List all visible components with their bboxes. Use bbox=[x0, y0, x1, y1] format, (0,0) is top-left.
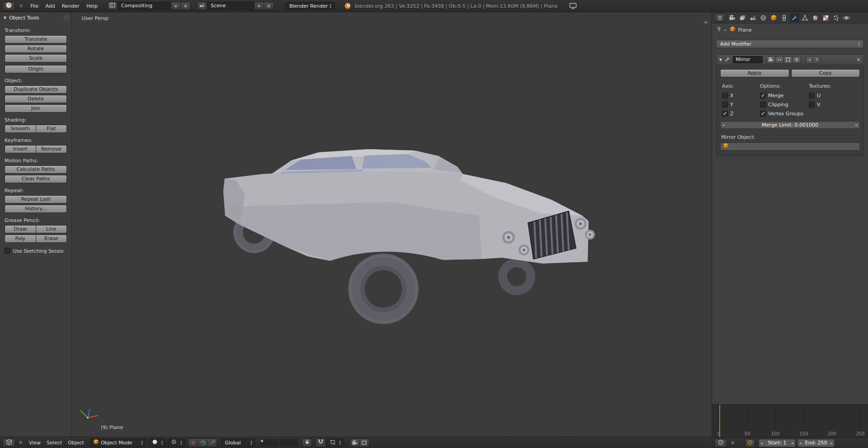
menu-add[interactable]: Add bbox=[45, 3, 55, 9]
layer-cell[interactable] bbox=[264, 443, 267, 446]
scene-browse-button[interactable] bbox=[197, 2, 207, 10]
snap-toggle-button[interactable] bbox=[316, 439, 326, 447]
manipulator-scale-button[interactable] bbox=[207, 439, 217, 447]
manipulator-rotate-button[interactable] bbox=[198, 439, 208, 447]
scene-field[interactable]: Scene bbox=[207, 2, 254, 10]
tab-physics[interactable] bbox=[842, 14, 851, 22]
tab-render-layers[interactable] bbox=[738, 14, 747, 22]
repeat-last-button[interactable]: Repeat Last bbox=[5, 195, 67, 203]
menu-help[interactable]: Help bbox=[86, 3, 98, 9]
layer-cell[interactable] bbox=[271, 443, 274, 446]
translate-button[interactable]: Translate bbox=[5, 35, 67, 43]
menu-file[interactable]: File bbox=[30, 3, 38, 9]
layer-cell[interactable] bbox=[287, 439, 290, 443]
mode-dropdown[interactable]: Object Mode bbox=[90, 439, 146, 447]
header-collapse-toggle[interactable] bbox=[19, 4, 24, 8]
tab-modifiers[interactable] bbox=[790, 14, 799, 22]
flat-button[interactable]: Flat bbox=[36, 125, 67, 133]
tab-render[interactable] bbox=[728, 14, 736, 22]
layer-cell[interactable] bbox=[287, 443, 290, 446]
lock-to-scene-button[interactable] bbox=[302, 439, 312, 447]
duplicate-objects-button[interactable]: Duplicate Objects bbox=[5, 85, 67, 94]
menu-select[interactable]: Select bbox=[47, 440, 62, 446]
clipping-checkbox[interactable] bbox=[760, 102, 766, 108]
history-button[interactable]: History... bbox=[5, 205, 67, 213]
grease-line-button[interactable]: Line bbox=[36, 225, 67, 233]
texture-v-row[interactable]: V bbox=[809, 102, 860, 108]
layer-cell[interactable] bbox=[275, 443, 278, 446]
render-animation-button[interactable] bbox=[359, 439, 369, 447]
modifier-move-up-button[interactable]: ▴ bbox=[806, 56, 813, 64]
timeline-track-area[interactable]: 0 50 100 150 200 250 bbox=[712, 405, 868, 437]
screen-layout-field[interactable]: Compositing bbox=[118, 2, 171, 10]
origin-button[interactable]: Origin bbox=[5, 65, 67, 73]
modifier-move-down-button[interactable]: ▾ bbox=[813, 56, 821, 64]
vertex-groups-checkbox[interactable] bbox=[760, 111, 766, 117]
screen-layout-browse-button[interactable] bbox=[108, 2, 118, 10]
use-sketching-row[interactable]: Use Sketching Sessio bbox=[5, 248, 67, 254]
tab-object[interactable] bbox=[769, 14, 778, 22]
menu-object[interactable]: Object bbox=[68, 440, 84, 446]
delete-button[interactable]: Delete bbox=[5, 95, 67, 103]
merge-checkbox[interactable] bbox=[760, 93, 766, 99]
layer-cell[interactable] bbox=[291, 443, 294, 446]
region-expand-icon[interactable] bbox=[703, 19, 708, 26]
view3d-editor-selector[interactable] bbox=[3, 439, 15, 447]
axis-y-checkbox[interactable] bbox=[722, 102, 728, 108]
modifier-realtime-toggle[interactable] bbox=[775, 56, 784, 64]
use-sketching-checkbox[interactable] bbox=[5, 248, 10, 254]
frame-start-field[interactable]: Start: 1 bbox=[759, 439, 796, 447]
modifier-name-field[interactable]: Mirror bbox=[733, 56, 763, 63]
layer-cell[interactable] bbox=[275, 439, 278, 443]
tab-particles[interactable] bbox=[832, 14, 840, 22]
clear-paths-button[interactable]: Clear Paths bbox=[5, 175, 67, 183]
pin-icon[interactable] bbox=[716, 26, 722, 33]
mirror-object-field[interactable] bbox=[720, 142, 860, 151]
modifier-cage-toggle[interactable] bbox=[792, 56, 801, 64]
info-editor-selector[interactable] bbox=[3, 2, 15, 10]
transform-orientation-dropdown[interactable]: Global bbox=[222, 439, 255, 447]
axis-z-row[interactable]: Z bbox=[722, 111, 760, 117]
viewport-3d[interactable]: User Persp (9) Plane bbox=[72, 12, 711, 437]
modifier-expand-icon[interactable]: ▼ bbox=[719, 58, 722, 62]
layer-cell[interactable] bbox=[268, 439, 271, 443]
menu-view[interactable]: View bbox=[29, 440, 41, 446]
render-engine-dropdown[interactable]: Blender Render bbox=[286, 2, 335, 10]
grease-poly-button[interactable]: Poly bbox=[5, 235, 36, 243]
rotate-button[interactable]: Rotate bbox=[5, 45, 67, 53]
merge-limit-slider[interactable]: Merge Limit: 0.001000 bbox=[720, 121, 860, 129]
layer-cell[interactable] bbox=[294, 443, 297, 446]
layer-cell[interactable] bbox=[260, 439, 264, 443]
window-icon[interactable] bbox=[569, 3, 577, 9]
layer-cell[interactable] bbox=[283, 443, 287, 446]
layers-group-2[interactable] bbox=[280, 439, 297, 446]
timeline-collapse-toggle[interactable] bbox=[731, 441, 735, 445]
layer-cell[interactable] bbox=[280, 439, 283, 443]
texture-u-row[interactable]: U bbox=[809, 93, 860, 99]
scale-button[interactable]: Scale bbox=[5, 54, 67, 62]
viewport-shading-dropdown[interactable] bbox=[149, 439, 166, 447]
layer-cell[interactable] bbox=[260, 443, 264, 446]
tab-world[interactable] bbox=[759, 14, 768, 22]
scene-add-button[interactable] bbox=[254, 2, 264, 10]
properties-editor-selector[interactable] bbox=[714, 14, 725, 22]
modifier-close-icon[interactable] bbox=[856, 57, 861, 63]
render-still-button[interactable] bbox=[350, 439, 360, 447]
grease-erase-button[interactable]: Erase bbox=[36, 235, 67, 243]
merge-row[interactable]: Merge bbox=[760, 93, 809, 99]
modifier-header[interactable]: ▼ Mirror bbox=[717, 55, 863, 65]
layers-group-1[interactable] bbox=[260, 439, 278, 446]
remove-keyframe-button[interactable]: Remove bbox=[36, 145, 67, 153]
tab-material[interactable] bbox=[811, 14, 820, 22]
join-button[interactable]: Join bbox=[5, 104, 67, 113]
screen-layout-delete-button[interactable] bbox=[181, 2, 191, 10]
calculate-paths-button[interactable]: Calculate Paths bbox=[5, 165, 67, 174]
scene-delete-button[interactable] bbox=[264, 2, 274, 10]
vertex-groups-row[interactable]: Vertex Groups bbox=[760, 111, 809, 117]
tab-constraints[interactable] bbox=[780, 14, 788, 22]
layer-cell[interactable] bbox=[280, 443, 283, 446]
screen-layout-add-button[interactable] bbox=[171, 2, 181, 10]
layer-cell[interactable] bbox=[283, 439, 287, 443]
layer-cell[interactable] bbox=[268, 443, 271, 446]
pivot-point-dropdown[interactable] bbox=[168, 439, 185, 447]
